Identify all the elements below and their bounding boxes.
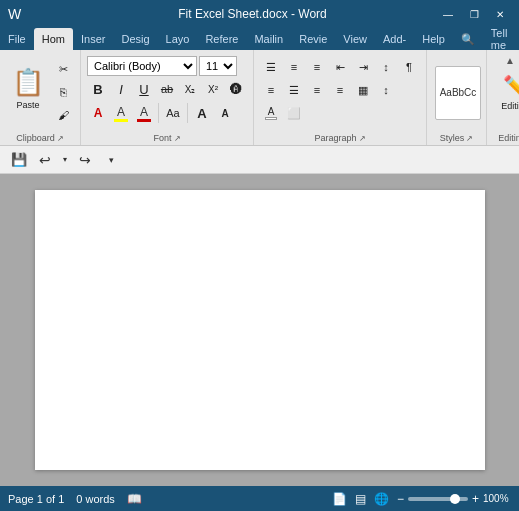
numbering-button[interactable]: ≡ xyxy=(283,56,305,78)
cut-button[interactable]: ✂ xyxy=(52,58,74,80)
bullets-button[interactable]: ☰ xyxy=(260,56,282,78)
zoom-in-button[interactable]: + xyxy=(472,492,479,506)
status-bar: Page 1 of 1 0 words 📖 📄 ▤ 🌐 − + 100% xyxy=(0,486,519,511)
ribbon-collapse-button[interactable]: ▲ xyxy=(505,54,515,66)
paragraph-group: ☰ ≡ ≡ ⇤ ⇥ ↕ ¶ ≡ ☰ ≡ ≡ ▦ ↕ A xyxy=(254,50,427,145)
editing-icon: ✏️ xyxy=(503,74,520,98)
strikethrough-button[interactable]: ab xyxy=(156,78,178,100)
change-case-button[interactable]: Aa xyxy=(162,102,184,124)
justify-button[interactable]: ≡ xyxy=(329,79,351,101)
word-icon: W xyxy=(8,6,21,22)
shading-button[interactable]: A xyxy=(260,102,282,124)
document-page[interactable] xyxy=(35,190,485,470)
zoom-level: 100% xyxy=(483,493,511,504)
align-center-button[interactable]: ☰ xyxy=(283,79,305,101)
zoom-controls: − + 100% xyxy=(397,492,511,506)
copy-button[interactable]: ⎘ xyxy=(52,81,74,103)
paragraph-expand-icon[interactable]: ↗ xyxy=(359,134,366,143)
font-expand-icon[interactable]: ↗ xyxy=(174,134,181,143)
customize-qa-button[interactable]: ▾ xyxy=(100,149,122,171)
tab-view[interactable]: View xyxy=(335,28,375,50)
read-mode-icon[interactable]: 📄 xyxy=(332,492,347,506)
print-layout-icon[interactable]: ▤ xyxy=(355,492,366,506)
bold-button[interactable]: B xyxy=(87,78,109,100)
title-bar: W Fit Excel Sheet.docx - Word — ❐ ✕ xyxy=(0,0,519,28)
shrink-font-button[interactable]: A xyxy=(214,102,236,124)
paste-button[interactable]: 📋 Paste xyxy=(6,54,50,120)
font-size-select[interactable]: 11 xyxy=(199,56,237,76)
editing-label: Editing xyxy=(498,133,519,143)
tab-design[interactable]: Desig xyxy=(113,28,157,50)
tab-insert[interactable]: Inser xyxy=(73,28,113,50)
editing-button[interactable]: ✏️ Editing xyxy=(493,60,519,126)
tab-home[interactable]: Hom xyxy=(34,28,73,50)
tab-search-icon[interactable]: 🔍 xyxy=(453,28,483,50)
undo-button[interactable]: ↩ xyxy=(34,149,56,171)
zoom-slider[interactable] xyxy=(408,497,468,501)
tab-mailings[interactable]: Mailin xyxy=(246,28,291,50)
document-title: Fit Excel Sheet.docx - Word xyxy=(68,7,437,21)
line-spacing-button[interactable]: ↕ xyxy=(375,79,397,101)
paragraph-label: Paragraph xyxy=(314,133,356,143)
border-button[interactable]: ⬜ xyxy=(283,102,305,124)
align-right-button[interactable]: ≡ xyxy=(306,79,328,101)
highlight-button[interactable]: A xyxy=(110,102,132,124)
close-button[interactable]: ✕ xyxy=(489,5,511,23)
zoom-out-button[interactable]: − xyxy=(397,492,404,506)
font-color-button[interactable]: A xyxy=(87,102,109,124)
italic-button[interactable]: I xyxy=(110,78,132,100)
tab-review[interactable]: Revie xyxy=(291,28,335,50)
clear-format-button[interactable]: 🅐 xyxy=(225,78,247,100)
font-group: Calibri (Body) 11 B I U ab X₂ X² 🅐 xyxy=(81,50,254,145)
increase-indent-button[interactable]: ⇥ xyxy=(352,56,374,78)
save-button[interactable]: 💾 xyxy=(8,149,30,171)
tab-help[interactable]: Help xyxy=(414,28,453,50)
format-painter-button[interactable]: 🖌 xyxy=(52,104,74,126)
tab-tell-me[interactable]: Tell me xyxy=(483,28,519,50)
ribbon: 📋 Paste ✂ ⎘ 🖌 Clipboard ↗ Calibri (Body) xyxy=(0,50,519,146)
web-layout-icon[interactable]: 🌐 xyxy=(374,492,389,506)
multilevel-list-button[interactable]: ≡ xyxy=(306,56,328,78)
sort-button[interactable]: ↕ xyxy=(375,56,397,78)
subscript-button[interactable]: X₂ xyxy=(179,78,201,100)
underline-button[interactable]: U xyxy=(133,78,155,100)
show-formatting-button[interactable]: ¶ xyxy=(398,56,420,78)
redo-button[interactable]: ↪ xyxy=(74,149,96,171)
clipboard-expand-icon[interactable]: ↗ xyxy=(57,134,64,143)
clipboard-group: 📋 Paste ✂ ⎘ 🖌 Clipboard ↗ xyxy=(0,50,81,145)
clipboard-label: Clipboard xyxy=(16,133,55,143)
minimize-button[interactable]: — xyxy=(437,5,459,23)
decrease-indent-button[interactable]: ⇤ xyxy=(329,56,351,78)
text-color-button[interactable]: A xyxy=(133,102,155,124)
superscript-button[interactable]: X² xyxy=(202,78,224,100)
proofing-icon[interactable]: 📖 xyxy=(127,492,142,506)
tab-file[interactable]: File xyxy=(0,28,34,50)
font-label: Font xyxy=(153,133,171,143)
tab-addins[interactable]: Add- xyxy=(375,28,414,50)
tab-layout[interactable]: Layo xyxy=(158,28,198,50)
styles-expand-icon[interactable]: ↗ xyxy=(466,134,473,143)
quick-access-toolbar: 💾 ↩ ▾ ↪ ▾ xyxy=(0,146,519,174)
styles-button[interactable]: AaBbCc xyxy=(433,60,483,126)
align-left-button[interactable]: ≡ xyxy=(260,79,282,101)
word-count: 0 words xyxy=(76,493,115,505)
styles-group: AaBbCc Styles ↗ xyxy=(427,50,487,145)
undo-dropdown-button[interactable]: ▾ xyxy=(60,149,70,171)
font-family-select[interactable]: Calibri (Body) xyxy=(87,56,197,76)
page-info: Page 1 of 1 xyxy=(8,493,64,505)
paste-icon: 📋 xyxy=(12,67,44,98)
ribbon-tab-bar: File Hom Inser Desig Layo Refere Mailin … xyxy=(0,28,519,50)
styles-label: Styles xyxy=(440,133,465,143)
tab-references[interactable]: Refere xyxy=(197,28,246,50)
grow-font-button[interactable]: A xyxy=(191,102,213,124)
restore-button[interactable]: ❐ xyxy=(463,5,485,23)
column-button[interactable]: ▦ xyxy=(352,79,374,101)
document-area[interactable] xyxy=(0,174,519,486)
